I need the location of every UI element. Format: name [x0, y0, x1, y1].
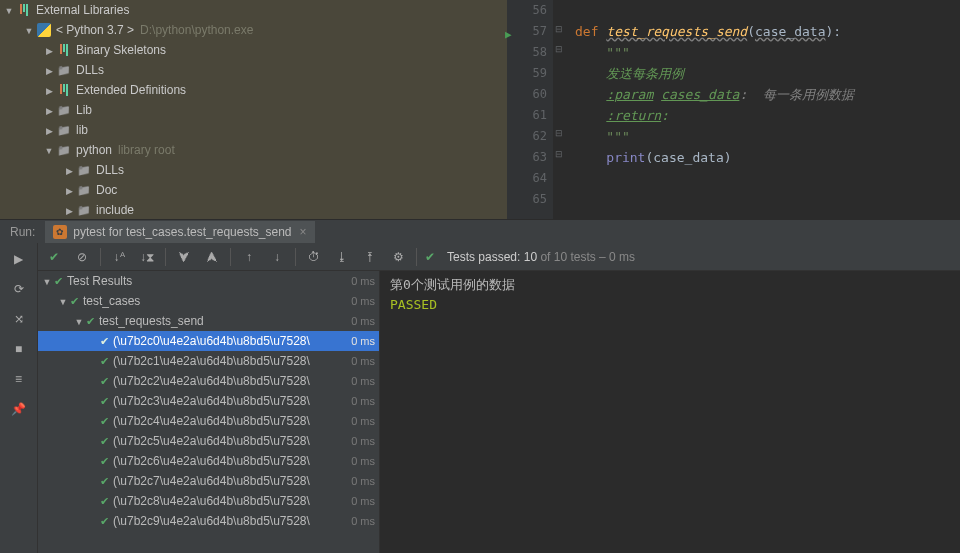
code-token: test_requests_send: [606, 24, 747, 39]
code-area[interactable]: def test_requests_send(case_data): """ 发…: [571, 0, 960, 219]
fold-minus-icon[interactable]: ⊟: [555, 24, 563, 34]
folder-icon: [56, 122, 72, 138]
tree-label: Doc: [96, 183, 117, 197]
fold-end-icon[interactable]: ⊟: [555, 149, 563, 159]
tree-node[interactable]: DLLs: [0, 160, 507, 180]
test-console[interactable]: 第0个测试用例的数据 PASSED: [380, 271, 960, 553]
line-number: 59: [507, 63, 547, 84]
code-token: def: [575, 24, 606, 39]
tree-node-python-root[interactable]: pythonlibrary root: [0, 140, 507, 160]
folder-icon: [56, 142, 72, 158]
chevron-down-icon[interactable]: [44, 143, 54, 157]
tree-node-python[interactable]: < Python 3.7 > D:\python\python.exe: [0, 20, 507, 40]
test-case[interactable]: ✔(\u7b2c8\u4e2a\u6d4b\u8bd5\u7528\0 ms: [38, 491, 379, 511]
console-line: PASSED: [390, 295, 950, 315]
chevron-right-icon[interactable]: [64, 183, 74, 197]
fold-minus-icon[interactable]: ⊟: [555, 44, 563, 54]
chevron-right-icon[interactable]: [44, 43, 54, 57]
test-label: (\u7b2c8\u4e2a\u6d4b\u8bd5\u7528\: [113, 494, 351, 508]
next-test-button[interactable]: ↓: [267, 247, 287, 267]
sort-duration-button[interactable]: ↓⧗: [137, 247, 157, 267]
close-icon[interactable]: ×: [299, 225, 306, 239]
library-icon: [16, 2, 32, 18]
code-token: : 每一条用例数据: [739, 87, 853, 102]
tree-node[interactable]: lib: [0, 120, 507, 140]
separator: [295, 248, 296, 266]
collapse-all-button[interactable]: ⮝: [202, 247, 222, 267]
test-status-text: Tests passed: 10 of 10 tests – 0 ms: [447, 250, 635, 264]
check-icon: ✔: [100, 455, 109, 468]
tree-node[interactable]: DLLs: [0, 60, 507, 80]
test-label: (\u7b2c0\u4e2a\u6d4b\u8bd5\u7528\: [113, 334, 351, 348]
expand-all-button[interactable]: ⮟: [174, 247, 194, 267]
chevron-right-icon[interactable]: [64, 203, 74, 217]
test-time: 0 ms: [351, 275, 375, 287]
chevron-down-icon[interactable]: [42, 274, 52, 288]
check-icon: ✔: [54, 275, 63, 288]
test-time: 0 ms: [351, 375, 375, 387]
check-icon: ✔: [100, 335, 109, 348]
project-tree[interactable]: External Libraries < Python 3.7 > D:\pyt…: [0, 0, 507, 219]
fold-end-icon[interactable]: ⊟: [555, 128, 563, 138]
folder-icon: [76, 202, 92, 218]
test-label: test_requests_send: [99, 314, 351, 328]
chevron-down-icon[interactable]: [74, 314, 84, 328]
test-case[interactable]: ✔(\u7b2c4\u4e2a\u6d4b\u8bd5\u7528\0 ms: [38, 411, 379, 431]
test-function[interactable]: ✔test_requests_send0 ms: [38, 311, 379, 331]
export-button[interactable]: ⭱: [360, 247, 380, 267]
line-number: 63: [507, 147, 547, 168]
tree-hint: D:\python\python.exe: [140, 23, 253, 37]
test-root[interactable]: ✔Test Results0 ms: [38, 271, 379, 291]
tree-node[interactable]: Binary Skeletons: [0, 40, 507, 60]
tree-label: External Libraries: [36, 3, 129, 17]
rerun-failed-button[interactable]: ⤨: [9, 309, 29, 329]
test-case[interactable]: ✔(\u7b2c6\u4e2a\u6d4b\u8bd5\u7528\0 ms: [38, 451, 379, 471]
layout-button[interactable]: ≡: [9, 369, 29, 389]
chevron-right-icon[interactable]: [44, 63, 54, 77]
test-tree[interactable]: ✔Test Results0 ms ✔test_cases0 ms ✔test_…: [38, 271, 380, 553]
test-case[interactable]: ✔(\u7b2c0\u4e2a\u6d4b\u8bd5\u7528\0 ms: [38, 331, 379, 351]
run-tab-label: pytest for test_cases.test_requests_send: [73, 225, 291, 239]
test-case[interactable]: ✔(\u7b2c5\u4e2a\u6d4b\u8bd5\u7528\0 ms: [38, 431, 379, 451]
tree-node[interactable]: Extended Definitions: [0, 80, 507, 100]
chevron-right-icon[interactable]: [44, 123, 54, 137]
tree-node[interactable]: include: [0, 200, 507, 219]
sort-alpha-button[interactable]: ↓ᴬ: [109, 247, 129, 267]
code-editor[interactable]: 56 ▶57 58 59 60 61 62 63 64 65 ⊟ ⊟ ⊟ ⊟ d…: [507, 0, 960, 219]
tree-node-external-libraries[interactable]: External Libraries: [0, 0, 507, 20]
chevron-right-icon[interactable]: [44, 103, 54, 117]
test-case[interactable]: ✔(\u7b2c3\u4e2a\u6d4b\u8bd5\u7528\0 ms: [38, 391, 379, 411]
test-label: (\u7b2c7\u4e2a\u6d4b\u8bd5\u7528\: [113, 474, 351, 488]
tree-label: Binary Skeletons: [76, 43, 166, 57]
fold-column[interactable]: ⊟ ⊟ ⊟ ⊟: [553, 0, 571, 219]
check-icon: ✔: [425, 250, 435, 264]
test-case[interactable]: ✔(\u7b2c2\u4e2a\u6d4b\u8bd5\u7528\0 ms: [38, 371, 379, 391]
test-case[interactable]: ✔(\u7b2c9\u4e2a\u6d4b\u8bd5\u7528\0 ms: [38, 511, 379, 531]
settings-button[interactable]: ⚙: [388, 247, 408, 267]
rerun-button[interactable]: ▶: [9, 249, 29, 269]
toggle-auto-test-button[interactable]: ⟳: [9, 279, 29, 299]
history-button[interactable]: ⏱: [304, 247, 324, 267]
test-case[interactable]: ✔(\u7b2c1\u4e2a\u6d4b\u8bd5\u7528\0 ms: [38, 351, 379, 371]
chevron-down-icon[interactable]: [24, 23, 34, 37]
library-icon: [56, 82, 72, 98]
test-time: 0 ms: [351, 295, 375, 307]
show-ignored-button[interactable]: ⊘: [72, 247, 92, 267]
chevron-right-icon[interactable]: [44, 83, 54, 97]
chevron-down-icon[interactable]: [4, 3, 14, 17]
test-case[interactable]: ✔(\u7b2c7\u4e2a\u6d4b\u8bd5\u7528\0 ms: [38, 471, 379, 491]
chevron-right-icon[interactable]: [64, 163, 74, 177]
chevron-down-icon[interactable]: [58, 294, 68, 308]
tree-node[interactable]: Lib: [0, 100, 507, 120]
tree-hint: library root: [118, 143, 175, 157]
stop-button[interactable]: ■: [9, 339, 29, 359]
prev-test-button[interactable]: ↑: [239, 247, 259, 267]
pin-button[interactable]: 📌: [9, 399, 29, 419]
show-passed-button[interactable]: ✔: [44, 247, 64, 267]
tree-node[interactable]: Doc: [0, 180, 507, 200]
check-icon: ✔: [100, 435, 109, 448]
run-tab[interactable]: ✿ pytest for test_cases.test_requests_se…: [45, 221, 314, 243]
import-button[interactable]: ⭳: [332, 247, 352, 267]
folder-icon: [56, 102, 72, 118]
test-module[interactable]: ✔test_cases0 ms: [38, 291, 379, 311]
